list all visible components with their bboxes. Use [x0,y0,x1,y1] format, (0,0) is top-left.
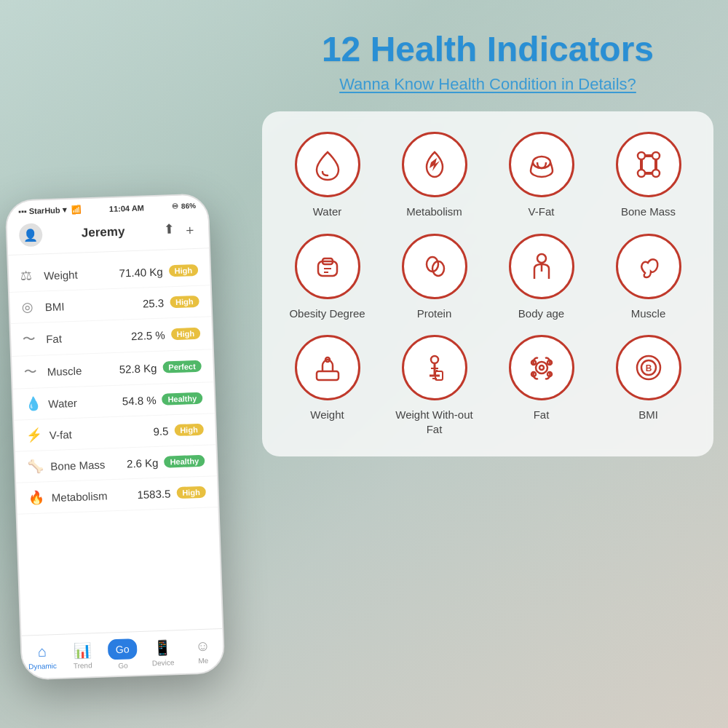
bmi-icon: ◎ [21,298,42,315]
indicator-circle-vfat [509,132,574,197]
indicator-bmi[interactable]: B BMI [601,335,696,436]
svg-point-3 [638,170,645,177]
nav-device[interactable]: 📱 Device [142,630,183,675]
muscle-badge: Perfect [162,360,202,373]
nav-trend[interactable]: 📊 Trend [62,633,103,678]
indicator-circle-water [295,132,360,197]
indicator-bodyage[interactable]: Body age [494,234,589,321]
metrics-list: ⚖ Weight 71.40 Kg High ◎ BMI 25.3 High 〜… [8,248,218,520]
svg-rect-13 [317,371,339,380]
svg-text:B: B [645,363,652,373]
indicator-protein[interactable]: Protein [387,234,482,321]
indicators-panel: Water Metabolism [262,111,713,456]
indicator-label-water: Water [313,205,341,219]
avatar: 👤 [19,223,43,247]
vfat-icon: ⚡ [25,427,47,443]
bonemass-badge: Healthy [164,455,205,468]
indicator-circle-protein [402,234,467,299]
indicator-circle-muscle [616,234,681,299]
bonemass-icon: 🦴 [27,458,48,475]
indicator-obesity[interactable]: Obesity Degree [280,234,375,321]
indicator-circle-bonemass [616,132,681,197]
indicator-label-fat: Fat [534,408,550,422]
share-icon[interactable]: ⬆ [164,221,175,240]
indicator-label-muscle: Muscle [631,306,666,321]
svg-point-0 [533,157,550,168]
indicator-weightfat[interactable]: Weight With-out Fat [387,335,482,436]
nav-me[interactable]: ☺ Me [182,629,223,673]
indicator-weight[interactable]: Weight [280,335,375,436]
indicator-water[interactable]: Water [280,132,375,219]
indicator-label-bmi: BMI [638,408,658,422]
indicator-metabolism[interactable]: Metabolism [387,132,482,219]
water-badge: Healthy [162,392,202,405]
indicator-label-metabolism: Metabolism [406,205,462,219]
add-icon[interactable]: ＋ [183,221,197,239]
nav-dynamic[interactable]: ⌂ Dynamic [21,635,63,679]
svg-point-18 [539,365,544,370]
indicator-bonemass[interactable]: Bone Mass [601,132,696,219]
indicator-circle-weightfat [402,335,467,400]
metric-metabolism: 🔥 Metabolism 1583.5 High [16,476,218,515]
indicator-label-vfat: V-Fat [529,205,555,219]
indicator-fat[interactable]: Fat [494,335,589,436]
fat-badge: High [170,328,200,340]
carrier-signal: ▪▪▪ StarHub ▾ 📶 [18,205,82,216]
right-panel: 12 Health Indicators Wanna Know Health C… [262,15,713,713]
time: 11:04 AM [109,203,144,213]
indicator-label-bodyage: Body age [518,306,564,321]
indicator-circle-bmi: B [616,335,681,400]
indicator-label-obesity: Obesity Degree [289,306,365,321]
battery: ♾ 86% [172,202,196,210]
bottom-nav: ⌂ Dynamic 📊 Trend Go Go 📱 Device ☺ Me [21,628,223,679]
svg-point-11 [537,254,546,263]
header-actions: ⬆ ＋ [164,221,197,240]
svg-point-4 [652,170,660,177]
page-title: 12 Health Indicators [262,29,713,69]
metabolism-icon: 🔥 [28,489,49,506]
water-icon: 💧 [25,395,46,412]
indicator-muscle[interactable]: Muscle [601,234,696,321]
indicator-circle-bodyage [509,234,574,299]
muscle-icon: 〜 [23,363,44,381]
svg-point-15 [431,356,438,363]
svg-point-17 [536,362,547,373]
phone-mockup: ▪▪▪ StarHub ▾ 📶 11:04 AM ♾ 86% 👤 Jeremy … [5,193,226,680]
phone-user-name: Jeremy [82,224,125,240]
page-subtitle: Wanna Know Health Condition in Details? [262,75,713,94]
bmi-badge: High [170,296,199,308]
indicator-circle-fat [509,335,574,400]
weight-icon: ⚖ [20,267,41,284]
indicator-label-weight: Weight [310,408,344,422]
indicator-label-protein: Protein [417,306,452,321]
metabolism-badge: High [176,486,206,499]
indicator-circle-metabolism [402,132,467,197]
indicators-grid: Water Metabolism [280,132,696,436]
indicator-circle-weight [295,335,360,400]
svg-point-1 [638,152,645,159]
indicator-circle-obesity [295,234,360,299]
indicator-vfat[interactable]: V-Fat [494,132,589,219]
vfat-badge: High [174,424,204,436]
indicator-label-bonemass: Bone Mass [621,205,676,219]
fat-icon: 〜 [23,330,44,348]
svg-point-2 [652,152,660,159]
indicator-label-weightfat: Weight With-out Fat [387,408,482,436]
weight-badge: High [168,264,198,277]
nav-go[interactable]: Go Go [102,632,143,676]
